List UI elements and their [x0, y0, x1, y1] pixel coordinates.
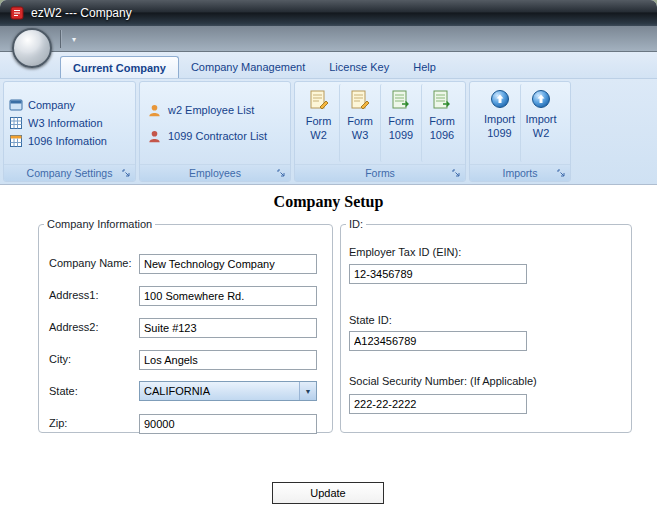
address1-label: Address1:	[49, 289, 99, 301]
group-caption-imports: Imports	[470, 164, 570, 181]
dialog-launcher-icon[interactable]	[121, 168, 132, 179]
ribbon-item-company[interactable]: Company	[9, 97, 130, 113]
ribbon-item-label: 1096	[430, 129, 454, 142]
page-title: Company Setup	[0, 193, 657, 211]
ribbon-item-w2-employee-list[interactable]: w2 Employee List	[147, 100, 283, 120]
ribbon-item-w3-information[interactable]: W3 Information	[9, 115, 130, 131]
group-caption-label: Forms	[365, 167, 395, 179]
company-name-label: Company Name:	[49, 257, 132, 269]
ribbon-button-form-w3[interactable]: Form W3	[339, 84, 380, 162]
city-input[interactable]	[139, 350, 317, 370]
qat-dropdown-icon[interactable]: ▾	[66, 26, 82, 52]
chevron-down-icon[interactable]	[299, 382, 316, 400]
ribbon-item-label: Import	[484, 113, 515, 126]
zip-label: Zip:	[49, 417, 67, 429]
app-window: ezW2 --- Company ▾ Current Company Compa…	[0, 0, 657, 528]
tab-company-management[interactable]: Company Management	[179, 56, 317, 78]
state-select[interactable]: CALIFORNIA	[139, 381, 317, 401]
titlebar: ezW2 --- Company	[0, 0, 657, 26]
ein-label: Employer Tax ID (EIN):	[349, 246, 461, 258]
group-caption-employees: Employees	[140, 164, 290, 181]
state-label: State:	[49, 385, 78, 397]
ribbon-item-label: Form	[347, 115, 373, 128]
group-caption-label: Employees	[189, 167, 241, 179]
contractor-icon	[147, 129, 162, 144]
zip-input[interactable]	[139, 414, 317, 434]
address2-input[interactable]	[139, 318, 317, 338]
ribbon-button-form-1099[interactable]: Form 1099	[380, 84, 421, 162]
ribbon-item-label: Form	[306, 115, 332, 128]
dialog-launcher-icon[interactable]	[276, 168, 287, 179]
update-button[interactable]: Update	[272, 482, 384, 504]
ribbon-group-employees: w2 Employee List 1099 Contractor List Em…	[139, 81, 291, 182]
ribbon-item-1099-contractor-list[interactable]: 1099 Contractor List	[147, 126, 283, 146]
ribbon-button-import-1099[interactable]: Import 1099	[479, 84, 520, 162]
ribbon-group-forms: Form W2 Form W3 Form 1099	[294, 81, 466, 182]
id-legend: ID:	[346, 218, 366, 230]
group-caption-forms: Forms	[295, 164, 465, 181]
tab-label: Company Management	[191, 61, 305, 73]
ribbon: Company W3 Information 1096 Infomation C…	[0, 78, 657, 185]
form-1096-small-icon	[9, 134, 23, 148]
tab-label: License Key	[329, 61, 389, 73]
tab-label: Current Company	[73, 62, 166, 74]
w3-information-icon	[9, 116, 23, 130]
ribbon-item-label: 1099	[487, 127, 511, 140]
group-caption-label: Company Settings	[27, 167, 113, 179]
ribbon-item-label: Company	[28, 99, 75, 111]
ribbon-tab-row: Current Company Company Management Licen…	[0, 52, 657, 78]
qat-separator	[60, 30, 62, 48]
ribbon-item-label: W2	[310, 129, 327, 142]
city-label: City:	[49, 353, 71, 365]
form-w2-icon	[308, 89, 330, 111]
ssn-label: Social Security Number: (If Applicable)	[349, 375, 537, 387]
quick-access-toolbar: ▾	[0, 26, 657, 52]
ribbon-item-label: W3 Information	[28, 117, 103, 129]
ribbon-item-label: 1099 Contractor List	[168, 130, 267, 142]
ribbon-item-label: Form	[429, 115, 455, 128]
ribbon-item-label: Import	[525, 113, 556, 126]
dialog-launcher-icon[interactable]	[556, 168, 567, 179]
address1-input[interactable]	[139, 286, 317, 306]
ribbon-item-label: W2	[533, 127, 550, 140]
company-information-legend: Company Information	[44, 218, 155, 230]
company-name-input[interactable]	[139, 254, 317, 274]
group-caption-label: Imports	[502, 167, 537, 179]
id-groupbox: ID: Employer Tax ID (EIN): State ID: Soc…	[340, 218, 632, 433]
state-id-label: State ID:	[349, 314, 392, 326]
state-selected-value: CALIFORNIA	[140, 382, 299, 400]
w2-employee-icon	[147, 103, 162, 118]
ssn-input[interactable]	[349, 394, 527, 414]
company-setup-page: Company Setup Company Information Compan…	[0, 185, 657, 528]
form-1099-icon	[390, 89, 412, 111]
ribbon-button-form-w2[interactable]: Form W2	[298, 84, 339, 162]
form-w3-icon	[349, 89, 371, 111]
company-icon	[9, 98, 23, 112]
import-1099-icon	[490, 89, 510, 109]
ribbon-item-label: w2 Employee List	[168, 104, 254, 116]
app-icon[interactable]	[9, 5, 25, 21]
ein-input[interactable]	[349, 264, 527, 284]
ribbon-item-label: Form	[388, 115, 414, 128]
tab-current-company[interactable]: Current Company	[60, 56, 179, 78]
application-menu-button[interactable]	[12, 28, 52, 68]
tab-label: Help	[413, 61, 436, 73]
ribbon-item-label: 1099	[389, 129, 413, 142]
ribbon-group-company-settings: Company W3 Information 1096 Infomation C…	[3, 81, 136, 182]
ribbon-button-form-1096[interactable]: Form 1096	[421, 84, 462, 162]
state-id-input[interactable]	[349, 331, 527, 351]
address2-label: Address2:	[49, 321, 99, 333]
ribbon-item-label: W3	[352, 129, 369, 142]
tab-help[interactable]: Help	[401, 56, 448, 78]
ribbon-item-1096-information[interactable]: 1096 Infomation	[9, 133, 130, 149]
ribbon-item-label: 1096 Infomation	[28, 135, 107, 147]
group-caption-company-settings: Company Settings	[4, 164, 135, 181]
form-1096-icon	[431, 89, 453, 111]
import-w2-icon	[531, 89, 551, 109]
ribbon-button-import-w2[interactable]: Import W2	[520, 84, 561, 162]
ribbon-group-imports: Import 1099 Import W2 Imports	[469, 81, 571, 182]
company-information-groupbox: Company Information Company Name: Addres…	[38, 218, 333, 433]
tab-license-key[interactable]: License Key	[317, 56, 401, 78]
dialog-launcher-icon[interactable]	[451, 168, 462, 179]
window-title: ezW2 --- Company	[31, 6, 132, 20]
